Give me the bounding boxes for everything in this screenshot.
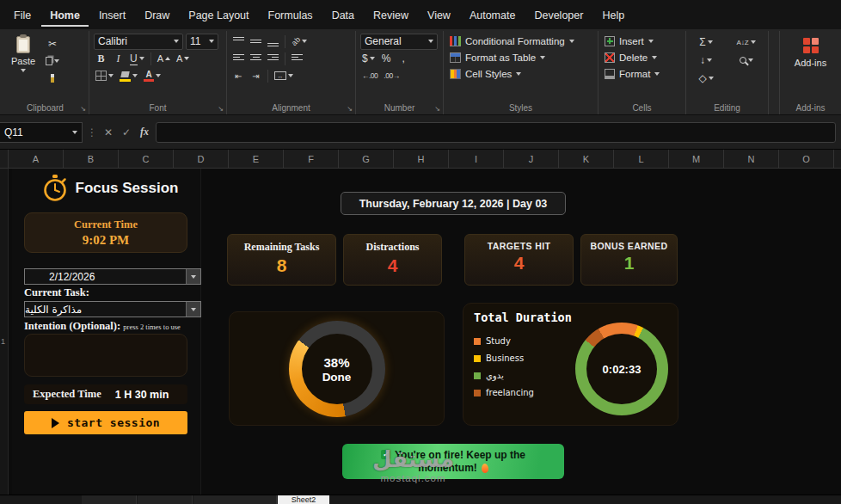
column-header-m[interactable]: M (669, 150, 724, 168)
menu-tab-view[interactable]: View (419, 3, 459, 27)
underline-button[interactable]: U (128, 51, 146, 66)
align-middle-icon (250, 37, 261, 46)
menu-tab-draw[interactable]: Draw (136, 3, 178, 27)
merge-center-button[interactable]: ↔ (273, 68, 295, 83)
clear-button[interactable]: ◇ (691, 71, 721, 86)
increase-indent-button[interactable]: ⇥ (249, 68, 263, 83)
column-header-d[interactable]: D (174, 150, 229, 168)
column-header-b[interactable]: B (64, 150, 119, 168)
dialog-launcher-icon[interactable]: ↘ (434, 105, 440, 113)
wrap-text-button[interactable] (290, 51, 304, 66)
dialog-launcher-icon[interactable]: ↘ (347, 105, 353, 113)
column-header-l[interactable]: L (614, 150, 669, 168)
dropdown-arrow-button[interactable] (186, 269, 200, 284)
cancel-entry-button[interactable]: ✕ (101, 126, 115, 138)
column-header-o[interactable]: O (779, 150, 834, 168)
grow-font-button[interactable]: A (156, 51, 172, 66)
chevron-down-icon (516, 72, 521, 76)
format-cells-button[interactable]: Format (603, 65, 681, 82)
current-task-dropdown[interactable]: مذاكرة الكلية (24, 301, 201, 317)
group-label-addins: Add-ins (780, 103, 841, 113)
sheet-tab[interactable] (193, 495, 277, 504)
copy-button[interactable] (44, 53, 61, 69)
column-header-k[interactable]: K (559, 150, 614, 168)
select-all-corner[interactable] (0, 150, 9, 168)
orientation-button[interactable]: ab (290, 34, 309, 49)
format-painter-icon (51, 74, 54, 83)
currency-format-button[interactable]: $ (360, 51, 377, 66)
menu-tab-formulas[interactable]: Formulas (260, 3, 322, 27)
cell-styles-button[interactable]: Cell Styles (448, 65, 593, 82)
align-center-button[interactable] (249, 51, 263, 66)
duration-donut: 0:02:33 (575, 323, 668, 415)
decrease-decimal-button[interactable]: .00→ (382, 68, 401, 83)
menu-tab-automate[interactable]: Automate (461, 3, 525, 27)
confirm-entry-button[interactable]: ✓ (120, 126, 133, 138)
increase-decimal-button[interactable]: ←.00 (360, 68, 379, 83)
sort-filter-button[interactable]: A↓Z (728, 34, 764, 50)
delete-cells-button[interactable]: Delete (603, 49, 681, 65)
font-family-select[interactable]: Calibri (94, 34, 183, 50)
comma-format-button[interactable]: , (396, 51, 411, 66)
paste-button[interactable]: Paste (6, 33, 40, 100)
add-ins-icon[interactable] (803, 38, 819, 53)
dialog-launcher-icon[interactable]: ↘ (80, 105, 86, 113)
legend-item: freelancing (474, 388, 534, 397)
column-header-h[interactable]: H (394, 150, 449, 168)
align-middle-button[interactable] (249, 34, 263, 49)
font-size-select[interactable]: 11 (186, 34, 218, 50)
intention-input[interactable] (24, 334, 187, 377)
format-painter-button[interactable] (44, 71, 61, 86)
percent-format-button[interactable]: % (379, 51, 394, 66)
add-ins-button[interactable]: Add-ins (795, 58, 826, 68)
conditional-formatting-button[interactable]: Conditional Formatting (448, 33, 593, 49)
menu-tab-insert[interactable]: Insert (90, 3, 134, 27)
autosum-button[interactable]: Σ (691, 34, 721, 50)
shrink-font-button[interactable]: A (175, 51, 191, 66)
column-header-a[interactable]: A (9, 150, 64, 168)
start-session-button[interactable]: start session (24, 411, 187, 434)
align-left-button[interactable] (231, 51, 246, 66)
column-header-f[interactable]: F (284, 150, 339, 168)
cut-button[interactable]: ✂ (44, 36, 61, 52)
column-header-g[interactable]: G (339, 150, 394, 168)
sheet-tab[interactable] (138, 495, 193, 504)
sheet-tab-active[interactable]: Sheet2 (278, 495, 329, 504)
insert-function-button[interactable]: fx (138, 126, 151, 138)
column-header-n[interactable]: N (724, 150, 779, 168)
sheet-tab[interactable] (82, 495, 137, 504)
fill-color-button[interactable] (118, 68, 139, 83)
menu-tab-developer[interactable]: Developer (525, 3, 592, 27)
column-header-c[interactable]: C (119, 150, 174, 168)
bold-button[interactable]: B (94, 51, 108, 66)
menu-tab-home[interactable]: Home (41, 3, 89, 27)
italic-button[interactable]: I (111, 51, 126, 66)
formula-input[interactable] (156, 122, 836, 143)
align-right-button[interactable] (266, 51, 280, 66)
name-box[interactable]: Q11 (0, 122, 83, 143)
menu-tab-page-layout[interactable]: Page Layout (180, 3, 257, 27)
align-top-button[interactable] (231, 34, 246, 49)
row-headers[interactable] (0, 169, 9, 495)
date-dropdown[interactable]: 2/12/2026 (24, 268, 201, 285)
align-bottom-button[interactable] (266, 34, 280, 49)
number-format-select[interactable]: General (360, 34, 438, 50)
font-color-button[interactable]: A (142, 68, 163, 83)
format-cells-icon (605, 69, 615, 79)
column-headers: A B C D E F G H I J K L M N O (0, 150, 841, 169)
find-select-button[interactable] (728, 52, 764, 68)
menu-tab-help[interactable]: Help (593, 3, 633, 27)
insert-cells-button[interactable]: Insert (603, 33, 681, 49)
menu-tab-review[interactable]: Review (365, 3, 417, 27)
fill-button[interactable]: ↓ (691, 52, 721, 68)
dropdown-arrow-button[interactable] (186, 302, 200, 317)
format-as-table-button[interactable]: Format as Table (448, 49, 593, 65)
menu-tab-data[interactable]: Data (323, 3, 363, 27)
menu-tab-file[interactable]: File (5, 3, 40, 27)
column-header-e[interactable]: E (229, 150, 284, 168)
column-header-i[interactable]: I (449, 150, 504, 168)
dialog-launcher-icon[interactable]: ↘ (218, 105, 224, 113)
decrease-indent-button[interactable]: ⇤ (231, 68, 246, 83)
column-header-j[interactable]: J (504, 150, 559, 168)
borders-button[interactable] (94, 68, 115, 83)
